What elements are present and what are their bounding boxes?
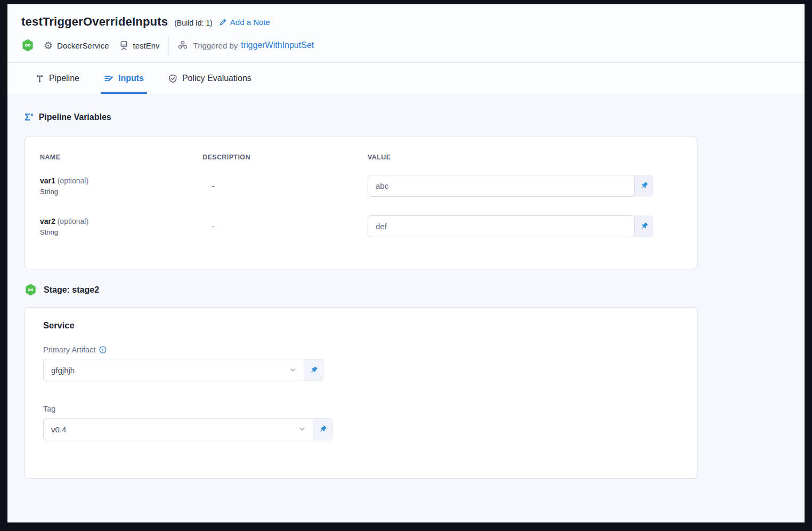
meta-row: ⚙ DockerService testEnv (21, 36, 791, 55)
add-note-label: Add a Note (230, 18, 270, 27)
variable-type: String (40, 228, 202, 236)
stage-header: Stage: stage2 (25, 284, 805, 296)
variable-optional: (optional) (58, 176, 88, 185)
tag-label: Tag (43, 405, 679, 413)
table-row: var2 (optional) String - (40, 215, 697, 237)
column-name: NAME (40, 154, 202, 161)
variable-value-input[interactable] (368, 215, 635, 237)
inputs-icon (104, 74, 113, 83)
triggered-by-label: Triggered by (193, 41, 238, 50)
column-value: VALUE (368, 154, 697, 161)
pipeline-variables-header: Σ× Pipeline Variables (25, 112, 805, 122)
page-title: testTriggerOverrideInputs (21, 15, 168, 29)
inputs-tab-content: Σ× Pipeline Variables NAME DESCRIPTION V… (7, 94, 805, 522)
cd-stage-icon (21, 39, 34, 52)
column-description: DESCRIPTION (202, 154, 368, 161)
primary-artifact-label: Primary Artifact (43, 345, 679, 354)
primary-artifact-label-text: Primary Artifact (43, 345, 95, 354)
stage-icon (25, 284, 37, 296)
title-row: testTriggerOverrideInputs (Build Id: 1) … (21, 15, 791, 29)
variable-name-cell: var2 (optional) String (40, 217, 202, 236)
chevron-down-icon (298, 419, 313, 440)
pin-icon (639, 222, 648, 231)
variable-value-input[interactable] (368, 175, 635, 197)
tag-select[interactable]: v0.4 (43, 418, 332, 440)
pin-icon (318, 425, 327, 434)
pin-icon (309, 366, 318, 375)
stage-title: Stage: stage2 (44, 285, 99, 295)
variable-name: var2 (40, 217, 55, 226)
pipeline-variables-card: NAME DESCRIPTION VALUE var1 (optional) S… (25, 136, 697, 269)
pin-button[interactable] (635, 175, 653, 197)
pin-button[interactable] (635, 215, 653, 237)
pipeline-variables-title: Pipeline Variables (39, 112, 111, 122)
pin-button[interactable] (304, 359, 323, 381)
build-id: (Build Id: 1) (174, 19, 213, 27)
variables-table-header: NAME DESCRIPTION VALUE (40, 154, 697, 161)
app-window: testTriggerOverrideInputs (Build Id: 1) … (7, 4, 805, 522)
pipeline-variables-icon: Σ× (25, 112, 34, 122)
variable-optional: (optional) (58, 217, 88, 226)
tag-label-text: Tag (43, 405, 55, 413)
tab-policy-evaluations-label: Policy Evaluations (182, 74, 251, 83)
tab-inputs[interactable]: Inputs (101, 63, 147, 94)
tab-pipeline-label: Pipeline (49, 74, 79, 83)
pin-button[interactable] (313, 419, 332, 440)
pencil-icon (219, 18, 227, 26)
variable-description: - (202, 222, 368, 231)
environment-icon (119, 41, 129, 51)
pin-icon (639, 181, 648, 190)
tag-value: v0.4 (44, 419, 298, 440)
environment-name: testEnv (133, 41, 160, 50)
add-note-link[interactable]: Add a Note (219, 18, 270, 27)
primary-artifact-select[interactable]: gfgjhjh (43, 359, 323, 381)
trigger-link[interactable]: triggerWithInputSet (241, 41, 314, 50)
variable-description: - (202, 182, 368, 190)
info-icon[interactable] (99, 346, 107, 353)
variable-value-control (368, 175, 653, 197)
primary-artifact-value: gfgjhjh (44, 359, 289, 381)
shield-check-icon (168, 74, 177, 83)
service-name: DockerService (57, 41, 109, 50)
table-row: var1 (optional) String - (40, 175, 697, 197)
service-card: Service Primary Artifact gfgjhjh (25, 307, 697, 479)
variable-type: String (40, 188, 202, 196)
service-section-title: Service (43, 320, 679, 331)
chevron-down-icon (289, 359, 304, 381)
variable-name: var1 (40, 176, 55, 185)
header: testTriggerOverrideInputs (Build Id: 1) … (7, 4, 805, 63)
trigger-icon (177, 40, 188, 51)
variable-name-cell: var1 (optional) String (40, 176, 202, 196)
variable-value-control (368, 215, 653, 237)
divider-vertical (168, 36, 169, 55)
tab-policy-evaluations[interactable]: Policy Evaluations (165, 63, 255, 94)
tab-bar: Pipeline Inputs Policy Evaluations (7, 63, 805, 94)
gear-icon: ⚙ (44, 41, 53, 51)
tab-pipeline[interactable]: Pipeline (32, 63, 83, 94)
pipeline-icon (35, 74, 44, 83)
tab-inputs-label: Inputs (118, 74, 144, 83)
